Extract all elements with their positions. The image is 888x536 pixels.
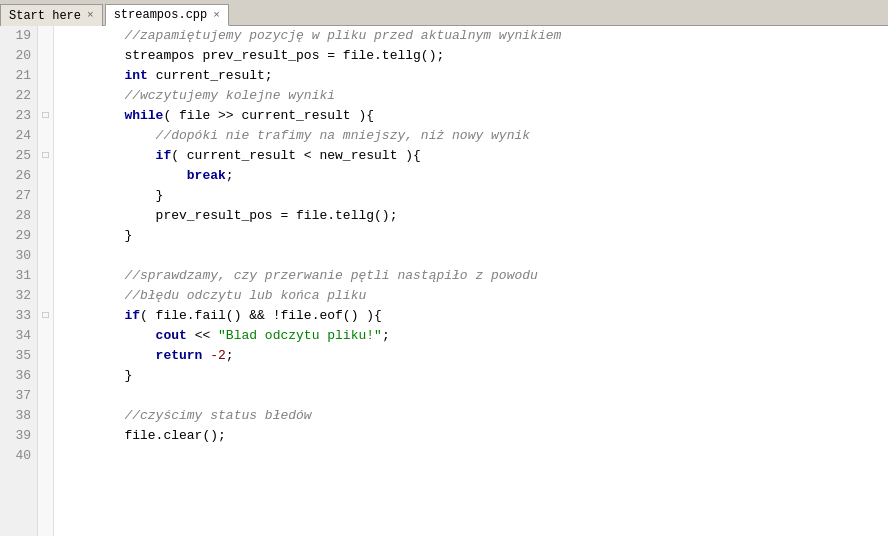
line-number: 31 xyxy=(0,266,37,286)
line-number: 22 xyxy=(0,86,37,106)
tab-close-icon[interactable]: × xyxy=(87,10,94,21)
fold-icon xyxy=(38,346,53,366)
line-number: 28 xyxy=(0,206,37,226)
code-line: } xyxy=(62,186,888,206)
fold-icon[interactable]: □ xyxy=(38,106,53,126)
fold-icon[interactable]: □ xyxy=(38,306,53,326)
code-line xyxy=(62,246,888,266)
fold-icon xyxy=(38,366,53,386)
line-number: 24 xyxy=(0,126,37,146)
tab-streampos-cpp[interactable]: streampos.cpp× xyxy=(105,4,229,26)
fold-icon xyxy=(38,386,53,406)
code-line xyxy=(62,446,888,466)
code-line: //zapamiętujemy pozycję w pliku przed ak… xyxy=(62,26,888,46)
line-number: 30 xyxy=(0,246,37,266)
line-number: 27 xyxy=(0,186,37,206)
line-number-gutter: 1920212223242526272829303132333435363738… xyxy=(0,26,38,536)
line-number: 25 xyxy=(0,146,37,166)
code-line: //czyścimy status błedów xyxy=(62,406,888,426)
editor: 1920212223242526272829303132333435363738… xyxy=(0,26,888,536)
code-line: //błędu odczytu lub końca pliku xyxy=(62,286,888,306)
code-line: cout << "Blad odczytu pliku!"; xyxy=(62,326,888,346)
line-number: 20 xyxy=(0,46,37,66)
code-line: prev_result_pos = file.tellg(); xyxy=(62,206,888,226)
line-number: 29 xyxy=(0,226,37,246)
line-number: 33 xyxy=(0,306,37,326)
line-number: 23 xyxy=(0,106,37,126)
code-line: break; xyxy=(62,166,888,186)
code-line: while( file >> current_result ){ xyxy=(62,106,888,126)
line-number: 37 xyxy=(0,386,37,406)
tab-label: streampos.cpp xyxy=(114,8,208,22)
code-line: return -2; xyxy=(62,346,888,366)
fold-icon xyxy=(38,326,53,346)
fold-icon xyxy=(38,186,53,206)
fold-icon xyxy=(38,426,53,446)
line-number: 39 xyxy=(0,426,37,446)
code-line: //dopóki nie trafimy na mniejszy, niż no… xyxy=(62,126,888,146)
fold-icon xyxy=(38,66,53,86)
fold-icon xyxy=(38,266,53,286)
line-number: 32 xyxy=(0,286,37,306)
code-line xyxy=(62,386,888,406)
line-number: 34 xyxy=(0,326,37,346)
code-line: file.clear(); xyxy=(62,426,888,446)
fold-icon xyxy=(38,446,53,466)
fold-icon xyxy=(38,406,53,426)
fold-icon xyxy=(38,226,53,246)
fold-icon xyxy=(38,166,53,186)
code-line: streampos prev_result_pos = file.tellg()… xyxy=(62,46,888,66)
code-line: } xyxy=(62,366,888,386)
line-number: 40 xyxy=(0,446,37,466)
fold-icon xyxy=(38,246,53,266)
line-number: 35 xyxy=(0,346,37,366)
line-number: 26 xyxy=(0,166,37,186)
code-line: if( current_result < new_result ){ xyxy=(62,146,888,166)
fold-icon[interactable]: □ xyxy=(38,146,53,166)
tab-close-icon[interactable]: × xyxy=(213,10,220,21)
code-line: } xyxy=(62,226,888,246)
line-number: 38 xyxy=(0,406,37,426)
fold-column: □□□ xyxy=(38,26,54,536)
fold-icon xyxy=(38,86,53,106)
fold-icon xyxy=(38,206,53,226)
line-number: 36 xyxy=(0,366,37,386)
code-area: //zapamiętujemy pozycję w pliku przed ak… xyxy=(54,26,888,536)
fold-icon xyxy=(38,286,53,306)
fold-icon xyxy=(38,26,53,46)
tab-bar: Start here×streampos.cpp× xyxy=(0,0,888,26)
tab-start-here[interactable]: Start here× xyxy=(0,4,103,26)
code-line: //wczytujemy kolejne wyniki xyxy=(62,86,888,106)
fold-icon xyxy=(38,46,53,66)
tab-label: Start here xyxy=(9,9,81,23)
code-line: int current_result; xyxy=(62,66,888,86)
line-number: 21 xyxy=(0,66,37,86)
line-number: 19 xyxy=(0,26,37,46)
fold-icon xyxy=(38,126,53,146)
code-line: if( file.fail() && !file.eof() ){ xyxy=(62,306,888,326)
code-line: //sprawdzamy, czy przerwanie pętli nastą… xyxy=(62,266,888,286)
